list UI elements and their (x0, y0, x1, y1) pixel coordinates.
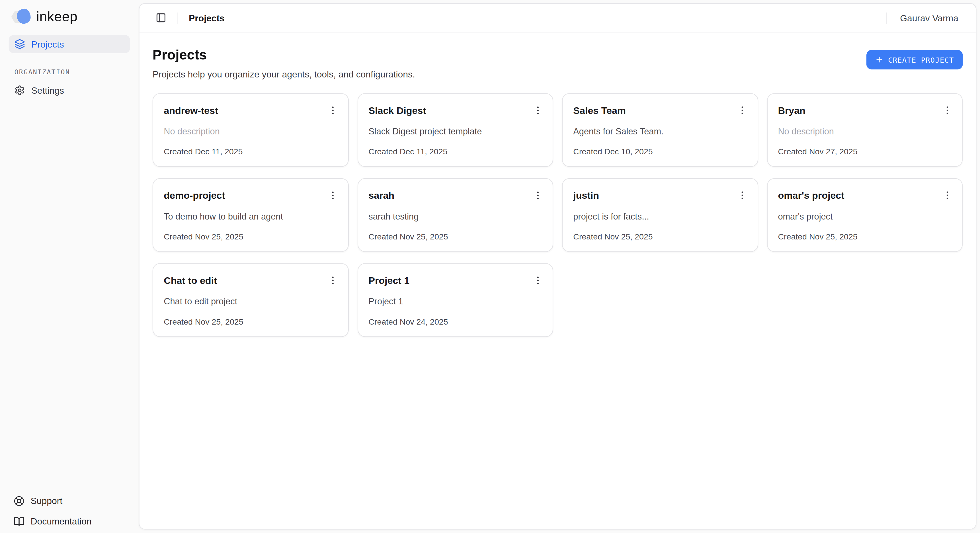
project-name: demo-project (164, 188, 225, 202)
project-card[interactable]: justinproject is for facts...Created Nov… (562, 178, 758, 252)
project-menu-button[interactable] (734, 187, 751, 203)
page-header: Projects Projects help you organize your… (153, 47, 963, 80)
kebab-menu-icon (533, 275, 543, 286)
sidebar-item-settings[interactable]: Settings (9, 81, 130, 99)
sidebar-item-label: Projects (31, 39, 64, 49)
life-buoy-icon (14, 495, 24, 506)
sidebar-item-label: Settings (31, 86, 64, 95)
project-name: andrew-test (164, 103, 218, 116)
create-project-label: CREATE PROJECT (888, 55, 954, 64)
kebab-menu-icon (328, 190, 338, 200)
project-description: No description (164, 126, 337, 136)
sidebar-item-projects[interactable]: Projects (9, 35, 130, 53)
project-card[interactable]: omar's projectomar's projectCreated Nov … (767, 178, 963, 252)
inkeep-logo-icon (11, 8, 31, 25)
page-subtitle: Projects help you organize your agents, … (153, 70, 415, 80)
inkeep-logo[interactable]: inkeep (11, 7, 130, 26)
kebab-menu-icon (737, 105, 748, 116)
sidebar: inkeep Projects ORGANIZATION Settings (0, 0, 138, 533)
project-name: omar's project (778, 188, 844, 202)
kebab-menu-icon (328, 105, 338, 116)
sidebar-item-documentation[interactable]: Documentation (9, 512, 130, 531)
project-created-date: Created Nov 25, 2025 (778, 232, 951, 242)
sidebar-item-label: Support (31, 496, 63, 506)
project-name: justin (573, 188, 599, 202)
kebab-menu-icon (737, 190, 748, 200)
project-menu-button[interactable] (325, 102, 341, 118)
project-created-date: Created Nov 25, 2025 (368, 232, 542, 242)
project-created-date: Created Nov 25, 2025 (164, 317, 337, 326)
sidebar-section-organization: ORGANIZATION (14, 68, 124, 75)
project-created-date: Created Nov 25, 2025 (573, 232, 746, 242)
project-name: Bryan (778, 103, 805, 116)
project-created-date: Created Dec 11, 2025 (164, 147, 337, 157)
panel-left-icon (156, 13, 166, 23)
project-card[interactable]: Project 1Project 1Created Nov 24, 2025 (357, 263, 553, 337)
gear-icon (14, 85, 25, 95)
project-menu-button[interactable] (530, 272, 546, 288)
plus-icon (875, 56, 883, 64)
project-menu-button[interactable] (325, 272, 341, 288)
project-menu-button[interactable] (939, 187, 955, 203)
kebab-menu-icon (942, 190, 952, 200)
user-menu[interactable]: Gaurav Varma (900, 13, 958, 23)
project-menu-button[interactable] (734, 102, 751, 118)
sidebar-toggle-button[interactable] (154, 12, 167, 24)
project-description: sarah testing (368, 212, 542, 221)
sidebar-item-label: Documentation (31, 517, 92, 527)
content-area: Projects Projects help you organize your… (140, 47, 976, 337)
project-menu-button[interactable] (939, 102, 955, 118)
project-card[interactable]: Slack DigestSlack Digest project templat… (357, 93, 553, 167)
kebab-menu-icon (533, 105, 543, 116)
project-card[interactable]: demo-projectTo demo how to build an agen… (153, 178, 348, 252)
kebab-menu-icon (942, 105, 952, 116)
kebab-menu-icon (533, 190, 543, 200)
book-open-icon (14, 516, 24, 527)
project-description: No description (778, 126, 951, 136)
project-created-date: Created Nov 24, 2025 (368, 317, 542, 326)
project-name: Slack Digest (368, 103, 426, 116)
projects-grid: andrew-testNo descriptionCreated Dec 11,… (153, 93, 963, 337)
project-menu-button[interactable] (530, 187, 546, 203)
topbar-divider (886, 12, 887, 24)
project-description: Chat to edit project (164, 297, 337, 307)
topbar: Projects Gaurav Varma (140, 4, 976, 32)
project-description: omar's project (778, 212, 951, 221)
project-name: Chat to edit (164, 273, 217, 286)
project-description: project is for facts... (573, 212, 746, 221)
create-project-button[interactable]: CREATE PROJECT (866, 50, 963, 70)
project-created-date: Created Nov 27, 2025 (778, 147, 951, 157)
project-description: Agents for Sales Team. (573, 126, 746, 136)
project-description: Project 1 (368, 297, 542, 307)
project-name: Sales Team (573, 103, 626, 116)
project-name: sarah (368, 188, 395, 202)
project-card[interactable]: BryanNo descriptionCreated Nov 27, 2025 (767, 93, 963, 167)
project-card[interactable]: Sales TeamAgents for Sales Team.Created … (562, 93, 758, 167)
project-card[interactable]: Chat to editChat to edit projectCreated … (153, 263, 348, 337)
project-menu-button[interactable] (325, 187, 341, 203)
brand-name: inkeep (36, 9, 78, 25)
kebab-menu-icon (328, 275, 338, 286)
breadcrumb: Projects (189, 13, 224, 23)
project-menu-button[interactable] (530, 102, 546, 118)
project-name: Project 1 (368, 273, 409, 286)
project-description: Slack Digest project template (368, 126, 542, 136)
topbar-divider (178, 12, 178, 24)
project-card[interactable]: sarahsarah testingCreated Nov 25, 2025 (357, 178, 553, 252)
project-created-date: Created Dec 11, 2025 (368, 147, 542, 157)
main-panel: Projects Gaurav Varma Projects Projects … (138, 3, 976, 530)
project-card[interactable]: andrew-testNo descriptionCreated Dec 11,… (153, 93, 348, 167)
layers-icon (14, 39, 25, 49)
sidebar-footer: Support Documentation (9, 492, 130, 531)
project-created-date: Created Dec 10, 2025 (573, 147, 746, 157)
page-title: Projects (153, 47, 415, 64)
project-description: To demo how to build an agent (164, 212, 337, 221)
project-created-date: Created Nov 25, 2025 (164, 232, 337, 242)
app-window: inkeep Projects ORGANIZATION Settings (0, 0, 980, 533)
sidebar-item-support[interactable]: Support (9, 492, 130, 510)
